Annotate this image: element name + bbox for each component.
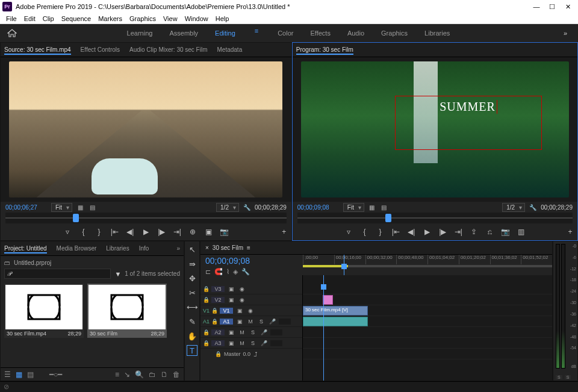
title-safe-box[interactable]: SUMMER	[395, 96, 542, 150]
timeline-ruler[interactable]: ;00;00 00;00;16;00 00;00;32;00 00;00;48;…	[303, 255, 552, 264]
timeline-close-icon[interactable]: ×	[205, 244, 209, 251]
source-settings-icon[interactable]: ▦	[76, 203, 84, 211]
p-go-to-out-icon[interactable]: ⇥|	[453, 228, 463, 236]
track-output-icon[interactable]: ▣	[227, 297, 235, 303]
mic-icon[interactable]: 🎤	[268, 319, 276, 325]
menu-file[interactable]: File	[2, 15, 20, 22]
tab-effect-controls[interactable]: Effect Controls	[81, 45, 120, 54]
p-compare-icon[interactable]: ▥	[516, 228, 526, 236]
find-icon[interactable]: 🔍	[135, 370, 144, 379]
workspace-libraries[interactable]: Libraries	[424, 27, 450, 39]
menu-window[interactable]: Window	[181, 15, 212, 22]
p-go-to-in-icon[interactable]: |⇤	[391, 228, 400, 236]
clip-title[interactable]	[323, 295, 333, 305]
p-step-back-icon[interactable]: ◀|	[406, 228, 416, 236]
lock-icon[interactable]: 🔒	[211, 308, 217, 314]
lock-icon[interactable]: 🔒	[203, 329, 209, 335]
program-resolution-dropdown[interactable]: 1/2	[502, 203, 525, 212]
track-output-icon[interactable]: ▣	[227, 340, 235, 346]
tab-project[interactable]: Project: Untitled	[4, 244, 47, 254]
workspace-effects[interactable]: Effects	[310, 27, 330, 39]
new-bin-icon[interactable]: 🗀	[149, 370, 156, 379]
tab-info[interactable]: Info	[139, 244, 149, 253]
workspace-overflow-icon[interactable]: »	[558, 30, 573, 37]
tab-media-browser[interactable]: Media Browser	[57, 244, 97, 253]
clip-video[interactable]: 30 sec Film.mp4 [V]	[303, 306, 368, 316]
clear-icon[interactable]: 🗑	[173, 370, 180, 379]
mark-out-icon[interactable]: }	[94, 228, 104, 236]
menu-markers[interactable]: Markers	[95, 15, 126, 22]
source-wrench-icon[interactable]: 🔧	[243, 203, 251, 211]
program-monitor[interactable]: SUMMER	[293, 57, 577, 202]
ripple-edit-tool-icon[interactable]: ✥	[187, 273, 197, 284]
clip-audio[interactable]	[303, 317, 368, 326]
p-play-icon[interactable]: ▶	[422, 228, 432, 236]
menu-clip[interactable]: Clip	[39, 15, 58, 22]
slip-tool-icon[interactable]: ⟷	[187, 302, 197, 313]
menu-graphics[interactable]: Graphics	[126, 15, 160, 22]
lock-icon[interactable]: 🔒	[203, 286, 209, 292]
maximize-button[interactable]: ☐	[548, 3, 556, 11]
p-mark-out-icon[interactable]: }	[375, 228, 385, 236]
track-label[interactable]: V1	[220, 308, 233, 314]
hand-tool-icon[interactable]: ✋	[187, 331, 197, 341]
expand-icon[interactable]: ⮥	[253, 351, 258, 357]
track-label[interactable]: A1	[220, 319, 233, 325]
step-back-icon[interactable]: ◀|	[125, 228, 135, 236]
program-overlay-icon[interactable]: ▤	[380, 203, 388, 211]
list-view-icon[interactable]: ☰	[4, 370, 11, 379]
track-label[interactable]: A2	[211, 329, 225, 335]
mark-in-icon[interactable]: {	[78, 228, 88, 236]
p-mark-in-icon[interactable]: {	[359, 228, 369, 236]
workspace-color[interactable]: Color	[278, 27, 293, 39]
solo-left[interactable]: S	[556, 375, 562, 379]
close-button[interactable]: ✕	[564, 3, 572, 11]
track-output-icon[interactable]: ▣	[227, 329, 235, 335]
workspace-assembly[interactable]: Assembly	[169, 27, 198, 39]
sort-icon[interactable]: ≡	[115, 370, 119, 379]
menu-edit[interactable]: Edit	[20, 15, 39, 22]
go-to-in-icon[interactable]: |⇤	[110, 228, 119, 236]
step-forward-icon[interactable]: |▶	[157, 228, 166, 236]
track-output-icon[interactable]: ▣	[235, 319, 244, 325]
timeline-tab-menu-icon[interactable]: ≡	[247, 244, 250, 251]
freeform-view-icon[interactable]: ▤	[27, 370, 34, 379]
source-resolution-dropdown[interactable]: 1/2	[216, 203, 239, 212]
lock-icon[interactable]: 🔒	[215, 351, 222, 357]
source-scrubber[interactable]	[5, 213, 287, 223]
p-button-editor-icon[interactable]: +	[568, 228, 577, 236]
p-export-frame-icon[interactable]: 📷	[500, 228, 510, 236]
home-icon[interactable]	[5, 26, 19, 40]
button-editor-icon[interactable]: +	[282, 228, 291, 236]
selection-tool-icon[interactable]: ↖	[187, 244, 197, 255]
new-item-icon[interactable]: 🗋	[161, 370, 168, 379]
menu-view[interactable]: View	[160, 15, 181, 22]
source-playhead[interactable]	[73, 214, 79, 222]
p-extract-icon[interactable]: ⎌	[485, 228, 494, 236]
project-item-0[interactable]: 30 sec Film.mp428;29	[4, 284, 84, 338]
track-v3[interactable]: 🔒V3▣◉	[200, 284, 302, 294]
source-in-timecode[interactable]: 00;00;06;27	[5, 204, 48, 211]
source-overlay-icon[interactable]: ▤	[88, 203, 96, 211]
filter-bin-icon[interactable]: ▼	[114, 270, 121, 278]
pen-tool-icon[interactable]: ✎	[187, 316, 197, 327]
mic-icon[interactable]: 🎤	[259, 329, 268, 335]
track-output-icon[interactable]: ▣	[227, 286, 235, 292]
track-a3[interactable]: 🔒A3▣MS🎤	[200, 338, 302, 349]
tab-libraries[interactable]: Libraries	[106, 244, 129, 253]
track-label[interactable]: A3	[211, 340, 225, 346]
program-zoom-dropdown[interactable]: Fit	[343, 203, 364, 212]
workspace-learning[interactable]: Learning	[127, 27, 153, 39]
insert-icon[interactable]: ⊕	[188, 228, 197, 236]
title-text[interactable]: SUMMER	[440, 100, 497, 114]
mic-icon[interactable]: 🎤	[259, 340, 268, 346]
project-overflow-icon[interactable]: »	[176, 244, 180, 253]
track-label[interactable]: V3	[211, 286, 225, 292]
track-v1[interactable]: V1🔒V1▣◉	[200, 305, 302, 316]
track-v2[interactable]: 🔒V2▣◉	[200, 294, 302, 305]
solo-right[interactable]: S	[565, 375, 571, 379]
timeline-tab[interactable]: 30 sec Film	[213, 244, 243, 251]
play-icon[interactable]: ▶	[141, 228, 151, 236]
automate-icon[interactable]: ↘	[124, 370, 130, 379]
program-settings-icon[interactable]: ▦	[368, 203, 376, 211]
